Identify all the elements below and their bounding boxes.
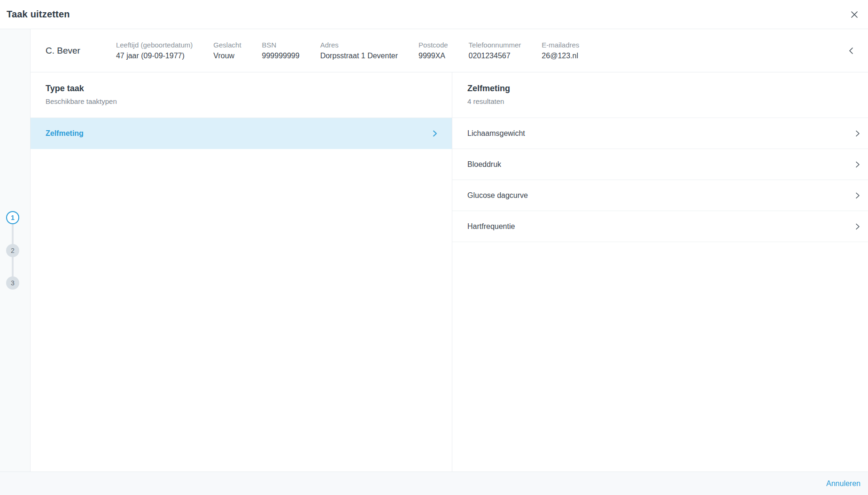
- stepper-step-1-number: 1: [11, 214, 15, 221]
- measurement-item-lichaamsgewicht[interactable]: Lichaamsgewicht: [452, 118, 868, 149]
- zelfmeting-result-count: 4 resultaten: [467, 97, 853, 106]
- task-type-panel: Type taak Beschikbare taaktypen Zelfmeti…: [31, 72, 452, 471]
- zelfmeting-title: Zelfmeting: [467, 83, 853, 94]
- measurement-item-glucose-dagcurve[interactable]: Glucose dagcurve: [452, 180, 868, 211]
- stepper-connector-1: [12, 221, 14, 247]
- task-type-panel-header: Type taak Beschikbare taaktypen: [31, 72, 452, 118]
- measurement-item-hartfrequentie[interactable]: Hartfrequentie: [452, 211, 868, 242]
- stepper-step-2: 2: [6, 244, 19, 257]
- collapse-patient-header-button[interactable]: [844, 43, 860, 59]
- patient-field-address: Adres Dorpsstraat 1 Deventer: [320, 40, 398, 61]
- patient-field-postcode: Postcode 9999XA: [418, 40, 448, 61]
- task-type-subtitle: Beschikbare taaktypen: [46, 97, 437, 106]
- patient-field-value: Dorpsstraat 1 Deventer: [320, 51, 398, 61]
- close-button[interactable]: [845, 6, 863, 24]
- measurement-item-label: Glucose dagcurve: [467, 191, 528, 200]
- patient-name: C. Bever: [46, 46, 80, 56]
- patient-header: C. Bever Leeftijd (geboortedatum) 47 jaa…: [31, 29, 868, 72]
- patient-field-bsn: BSN 999999999: [262, 40, 300, 61]
- patient-field-label: Telefoonnummer: [469, 40, 521, 50]
- dialog-body: 1 2 3 C. Bever Leeftijd (geboortedatum) …: [0, 29, 868, 471]
- patient-field-value: 0201234567: [469, 51, 521, 61]
- zelfmeting-panel: Zelfmeting 4 resultaten Lichaamsgewicht …: [452, 72, 868, 471]
- task-type-item-zelfmeting[interactable]: Zelfmeting: [31, 118, 452, 149]
- stepper-step-2-number: 2: [11, 247, 15, 254]
- chevron-right-icon: [431, 130, 439, 137]
- patient-field-label: Leeftijd (geboortedatum): [116, 40, 193, 50]
- cancel-button[interactable]: Annuleren: [826, 479, 860, 488]
- chevron-left-icon: [847, 47, 856, 55]
- panels: Type taak Beschikbare taaktypen Zelfmeti…: [31, 72, 868, 471]
- patient-field-label: BSN: [262, 40, 300, 50]
- measurement-item-label: Lichaamsgewicht: [467, 129, 525, 138]
- task-type-item-label: Zelfmeting: [46, 129, 84, 138]
- zelfmeting-panel-header: Zelfmeting 4 resultaten: [452, 72, 868, 118]
- patient-field-value: 999999999: [262, 51, 300, 61]
- patient-field-value: 9999XA: [418, 51, 448, 61]
- patient-field-value: 47 jaar (09-09-1977): [116, 51, 193, 61]
- dialog-header: Taak uitzetten: [0, 0, 868, 29]
- dialog-title: Taak uitzetten: [7, 9, 70, 20]
- chevron-right-icon: [854, 161, 861, 168]
- patient-field-value: 26@123.nl: [542, 51, 579, 61]
- patient-field-email: E-mailadres 26@123.nl: [542, 40, 579, 61]
- measurement-item-bloeddruk[interactable]: Bloeddruk: [452, 149, 868, 180]
- patient-field-label: Geslacht: [213, 40, 241, 50]
- measurement-item-label: Bloeddruk: [467, 160, 501, 169]
- close-icon: [850, 10, 859, 19]
- taak-uitzetten-dialog: Taak uitzetten 1 2 3: [0, 0, 868, 495]
- stepper-step-3-number: 3: [11, 279, 15, 287]
- step-sidebar: 1 2 3: [0, 29, 31, 471]
- patient-field-age: Leeftijd (geboortedatum) 47 jaar (09-09-…: [116, 40, 193, 61]
- patient-field-value: Vrouw: [213, 51, 241, 61]
- patient-field-gender: Geslacht Vrouw: [213, 40, 241, 61]
- stepper-step-1: 1: [6, 211, 19, 224]
- content-area: C. Bever Leeftijd (geboortedatum) 47 jaa…: [31, 29, 868, 471]
- measurement-item-label: Hartfrequentie: [467, 222, 515, 231]
- patient-field-label: Postcode: [418, 40, 448, 50]
- patient-field-label: E-mailadres: [542, 40, 579, 50]
- patient-field-label: Adres: [320, 40, 398, 50]
- dialog-footer: Annuleren: [0, 471, 868, 495]
- chevron-right-icon: [854, 192, 861, 199]
- task-type-title: Type taak: [46, 83, 437, 94]
- stepper-step-3: 3: [6, 276, 19, 290]
- patient-field-phone: Telefoonnummer 0201234567: [469, 40, 521, 61]
- chevron-right-icon: [854, 130, 861, 137]
- chevron-right-icon: [854, 223, 861, 230]
